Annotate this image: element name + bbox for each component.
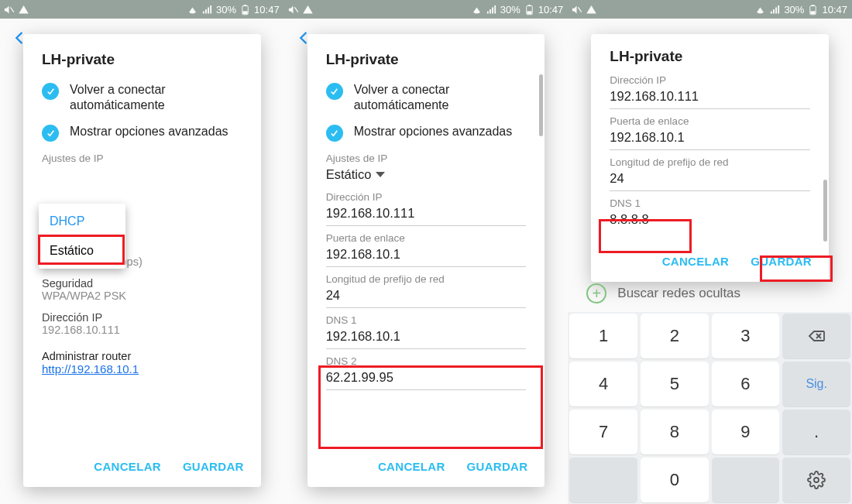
search-hidden-networks[interactable]: + Buscar redes ocultas (586, 278, 833, 309)
svg-line-4 (294, 7, 297, 12)
advanced-options-label: Mostrar opciones avanzadas (354, 124, 513, 139)
key-dot[interactable]: . (782, 410, 850, 454)
signal-icon (201, 4, 213, 15)
scroll-indicator[interactable] (823, 180, 827, 242)
signal-icon (769, 4, 781, 15)
wifi-dialog: LH-private Dirección IP 192.168.10.111 P… (591, 34, 829, 282)
status-bar: 30% 10:47 (0, 0, 284, 19)
key-backspace[interactable] (782, 314, 850, 358)
key-5[interactable]: 5 (641, 362, 709, 406)
ip-settings-value: Estático (326, 167, 372, 182)
scroll-indicator[interactable] (539, 74, 543, 136)
wifi-icon (471, 4, 483, 15)
dns1-label: DNS 1 (326, 314, 527, 326)
screen-2: 30% 10:47 LH-private Volver a conectar a… (284, 0, 569, 504)
battery-icon (807, 4, 819, 15)
prefix-input[interactable]: 24 (610, 168, 810, 191)
gateway-input[interactable]: 192.168.10.1 (610, 127, 810, 150)
battery-text: 30% (500, 4, 520, 15)
advanced-options-row[interactable]: Mostrar opciones avanzadas (326, 124, 527, 142)
status-bar: 30% 10:47 (284, 0, 569, 19)
warning-icon (18, 4, 29, 15)
svg-rect-2 (244, 5, 247, 6)
svg-line-8 (579, 7, 582, 12)
key-blank-right[interactable] (712, 458, 780, 502)
ip-address-label: Dirección IP (610, 74, 810, 86)
battery-icon (524, 4, 535, 15)
key-blank-left[interactable] (569, 458, 637, 502)
wifi-icon (187, 4, 198, 15)
chevron-down-icon (376, 172, 385, 177)
dns1-input[interactable]: 192.168.10.1 (326, 326, 527, 349)
check-icon (326, 83, 343, 100)
dialog-title: LH-private (326, 51, 527, 68)
prefix-label: Longitud de prefijo de red (610, 156, 810, 168)
ip-value: 192.168.10.111 (42, 324, 242, 336)
auto-reconnect-label: Volver a conectar automáticamente (70, 82, 242, 113)
ip-address-input[interactable]: 192.168.10.111 (610, 86, 810, 109)
gear-icon (807, 471, 826, 489)
mute-icon (287, 4, 299, 15)
key-settings[interactable] (782, 458, 850, 502)
save-button[interactable]: GUARDAR (467, 460, 528, 473)
key-0[interactable]: 0 (641, 458, 709, 502)
key-9[interactable]: 9 (712, 410, 780, 454)
key-6[interactable]: 6 (712, 362, 780, 406)
cancel-button[interactable]: CANCELAR (662, 255, 730, 268)
gateway-label: Puerta de enlace (610, 115, 810, 127)
search-hidden-label: Buscar redes ocultas (617, 286, 740, 301)
signal-icon (486, 4, 497, 15)
dns2-input[interactable]: 62.21.99.95 (326, 367, 527, 390)
ip-address-label: Dirección IP (326, 191, 527, 203)
ip-label: Dirección IP (42, 311, 242, 324)
ip-address-input[interactable]: 192.168.10.111 (326, 203, 527, 226)
auto-reconnect-row[interactable]: Volver a conectar automáticamente (326, 82, 527, 113)
dialog-title: LH-private (610, 48, 810, 65)
security-value: WPA/WPA2 PSK (42, 290, 242, 302)
clock-text: 10:47 (254, 4, 280, 15)
numeric-keyboard: 1 2 3 4 5 6 Sig. 7 8 9 . 0 (568, 312, 852, 504)
wifi-dialog: LH-private Volver a conectar automáticam… (307, 34, 545, 487)
advanced-options-row[interactable]: Mostrar opciones avanzadas (42, 124, 242, 142)
key-3[interactable]: 3 (712, 314, 780, 358)
cancel-button[interactable]: CANCELAR (94, 460, 161, 473)
auto-reconnect-row[interactable]: Volver a conectar automáticamente (42, 82, 242, 113)
router-link[interactable]: http://192.168.10.1 (42, 362, 139, 375)
auto-reconnect-label: Volver a conectar automáticamente (354, 82, 527, 113)
key-1[interactable]: 1 (569, 314, 637, 358)
key-next[interactable]: Sig. (782, 362, 850, 406)
check-icon (42, 83, 59, 100)
check-icon (42, 125, 59, 142)
svg-rect-11 (811, 11, 816, 14)
dns1-label: DNS 1 (610, 197, 810, 209)
svg-rect-7 (527, 11, 531, 14)
svg-rect-6 (527, 5, 531, 6)
cancel-button[interactable]: CANCELAR (378, 460, 445, 473)
clock-text: 10:47 (822, 4, 847, 15)
save-button[interactable]: GUARDAR (183, 460, 244, 473)
key-4[interactable]: 4 (569, 362, 637, 406)
prefix-input[interactable]: 24 (326, 285, 527, 308)
svg-point-14 (814, 478, 819, 482)
warning-icon (586, 4, 597, 15)
key-2[interactable]: 2 (641, 314, 709, 358)
router-label: Administrar router (42, 350, 242, 362)
svg-line-0 (10, 7, 13, 12)
plus-icon: + (586, 283, 606, 303)
clock-text: 10:47 (538, 4, 564, 15)
advanced-options-label: Mostrar opciones avanzadas (70, 124, 228, 139)
dialog-title: LH-private (42, 51, 242, 68)
backspace-icon (807, 327, 826, 345)
gateway-input[interactable]: 192.168.10.1 (326, 244, 527, 267)
ip-settings-select[interactable]: Estático (326, 164, 527, 187)
svg-rect-3 (242, 11, 247, 14)
dns1-input[interactable]: 8.8.8.8 (610, 209, 810, 231)
menu-item-dhcp[interactable]: DHCP (39, 207, 125, 236)
wifi-icon (754, 4, 766, 15)
dns2-label: DNS 2 (326, 355, 527, 367)
save-button[interactable]: GUARDAR (751, 255, 812, 268)
menu-item-static[interactable]: Estático (39, 236, 125, 266)
ip-settings-label: Ajustes de IP (42, 153, 242, 164)
key-7[interactable]: 7 (569, 410, 637, 454)
key-8[interactable]: 8 (641, 410, 709, 454)
